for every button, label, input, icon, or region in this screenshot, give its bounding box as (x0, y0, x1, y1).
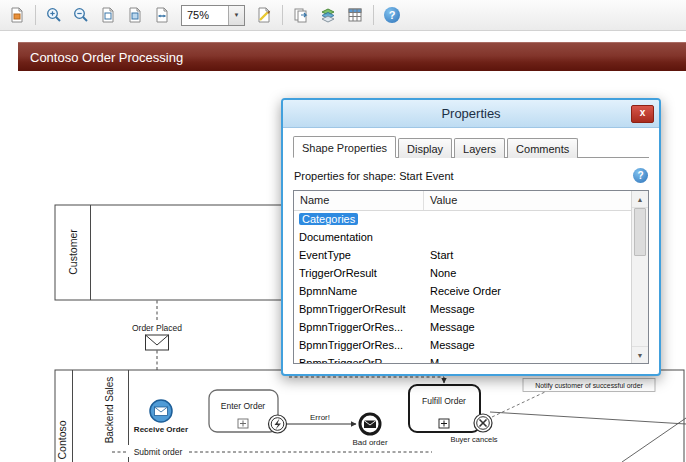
tab-strip: Shape Properties Display Layers Comments (293, 138, 649, 157)
zoom-in-button[interactable] (41, 2, 67, 28)
zoom-level-value: 75% (182, 6, 228, 25)
buyer-cancels-label: Buyer cancels (450, 435, 497, 444)
selected-cell: Categories (299, 213, 358, 225)
notify-label: Notify customer of successful order (535, 382, 643, 390)
full-page-icon (126, 6, 144, 24)
fulfill-order-label: Fulfill Order (422, 396, 466, 406)
message-envelope-icon (155, 407, 168, 416)
receive-order-label: Receive Order (134, 425, 188, 434)
diagram-title-banner: Contoso Order Processing (18, 42, 686, 71)
new-document-button[interactable] (4, 2, 30, 28)
bad-order-label: Bad order (352, 438, 387, 447)
subprocess-plus-marker-icon (238, 419, 248, 428)
dialog-help-icon[interactable]: ? (633, 168, 648, 183)
dialog-body: Shape Properties Display Layers Comments… (283, 128, 659, 364)
property-row-eventtype[interactable]: EventType Start (294, 246, 631, 264)
submit-order-label: Submit order (134, 447, 183, 457)
separator (282, 5, 283, 25)
scroll-up-icon[interactable]: ▲ (632, 191, 648, 208)
page-width-icon (153, 6, 171, 24)
shapes-stack-button[interactable] (315, 2, 341, 28)
fit-page-button[interactable] (95, 2, 121, 28)
copy-page-button[interactable] (288, 2, 314, 28)
envelope-icon (146, 335, 169, 350)
grid-rows: Categories Documentation EventType Start (294, 210, 631, 363)
help-button[interactable]: ? (379, 2, 405, 28)
property-row-bpmntrigger-2[interactable]: BpmnTriggerOrRes... Message (294, 318, 631, 336)
pool-contoso-label: Contoso (56, 420, 68, 459)
separator (35, 5, 36, 25)
scrollbar-thumb[interactable] (634, 208, 646, 256)
task-fulfill-order[interactable]: Fulfill Order (409, 385, 480, 432)
help-glyph: ? (389, 9, 396, 21)
scroll-down-icon[interactable]: ▼ (632, 346, 648, 363)
toolbar: 75% ▼ (0, 0, 686, 31)
page-width-button[interactable] (149, 2, 175, 28)
lane-backend-sales-label: Backend Sales (104, 377, 115, 444)
filled-envelope-icon (364, 421, 376, 429)
fit-page-icon (99, 6, 117, 24)
close-icon: x (640, 107, 646, 118)
close-button[interactable]: x (631, 105, 654, 123)
dialog-title: Properties (441, 106, 500, 121)
property-row-documentation[interactable]: Documentation (294, 228, 631, 246)
property-row-bpmntrigger-4[interactable]: BpmnTriggerOrR... M... (294, 354, 631, 363)
properties-dialog[interactable]: Properties x Shape Properties Display La… (281, 98, 661, 376)
property-row-triggerorresult[interactable]: TriggerOrResult None (294, 264, 631, 282)
property-row-bpmntrigger-3[interactable]: BpmnTriggerOrRes... Message (294, 336, 631, 354)
format-painter-button[interactable] (251, 2, 277, 28)
task-enter-order[interactable]: Enter Order (209, 390, 278, 432)
zoom-level-combobox[interactable]: 75% ▼ (181, 5, 245, 26)
grid-table-button[interactable] (342, 2, 368, 28)
zoom-out-icon (72, 6, 90, 24)
pool-customer-label: Customer (67, 229, 79, 275)
tab-shape-properties[interactable]: Shape Properties (293, 136, 396, 158)
zoom-in-icon (45, 6, 63, 24)
grid-table-icon (346, 6, 364, 24)
tab-layers[interactable]: Layers (454, 138, 505, 158)
property-row-bpmntrigger-1[interactable]: BpmnTriggerOrResult Message (294, 300, 631, 318)
diagram-title: Contoso Order Processing (30, 50, 183, 65)
full-page-button[interactable] (122, 2, 148, 28)
column-header-name[interactable]: Name (294, 191, 424, 210)
shapes-stack-icon (319, 6, 337, 24)
tab-display[interactable]: Display (398, 138, 452, 158)
grid-header: Name Value (294, 191, 648, 211)
zoom-out-button[interactable] (68, 2, 94, 28)
help-glyph: ? (637, 170, 643, 181)
properties-grid[interactable]: Name Value Categories Documentation (293, 190, 649, 364)
enter-order-label: Enter Order (221, 401, 266, 411)
help-icon: ? (384, 7, 400, 23)
tab-pane: Properties for shape: Start Event ? Name… (293, 157, 649, 364)
copy-page-icon (292, 6, 310, 24)
grid-scrollbar[interactable]: ▲ ▼ (631, 191, 648, 363)
error-flow-label: Error! (310, 413, 330, 422)
subprocess-plus-marker-icon (439, 419, 449, 428)
tab-comments[interactable]: Comments (507, 138, 578, 158)
order-placed-label: Order Placed (132, 323, 182, 333)
shape-caption: Properties for shape: Start Event (294, 170, 454, 182)
dialog-titlebar[interactable]: Properties x (283, 100, 659, 128)
separator (373, 5, 374, 25)
new-document-icon (8, 6, 26, 24)
boundary-event-error[interactable] (269, 415, 287, 433)
app-window: 75% ▼ (0, 0, 686, 462)
property-row-categories[interactable]: Categories (294, 210, 631, 228)
property-row-bpmnname[interactable]: BpmnName Receive Order (294, 282, 631, 300)
dropdown-arrow-icon[interactable]: ▼ (228, 6, 244, 25)
column-header-value[interactable]: Value (424, 191, 648, 210)
format-painter-icon (255, 6, 273, 24)
